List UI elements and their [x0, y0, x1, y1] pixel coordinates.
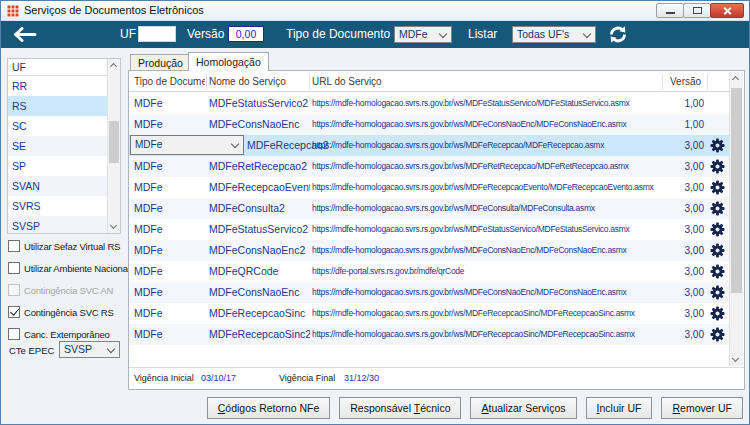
versao-label: Versão: [187, 27, 224, 41]
scrollbar-thumb[interactable]: [109, 121, 119, 163]
cell-nome-servico: MDFeConsNaoEnc: [209, 282, 310, 303]
table-row[interactable]: MDFe MDFeQRCode https://dfe-portal.svrs.…: [129, 261, 729, 282]
checkbox[interactable]: Utilizar Sefaz Virtual RS: [8, 239, 120, 253]
uf-list-item[interactable]: SE: [8, 136, 107, 156]
checkbox-box[interactable]: [8, 240, 20, 252]
toolbar: UF Versão Tipo de Documento MDFe Listar …: [1, 21, 749, 48]
gear-icon[interactable]: [710, 285, 726, 301]
gear-icon[interactable]: [710, 159, 726, 175]
tipo-documento-combobox[interactable]: MDFe: [394, 26, 452, 43]
listar-value: Todas UF's: [517, 28, 569, 40]
gear-icon[interactable]: [710, 138, 726, 154]
gear-icon[interactable]: [710, 243, 726, 259]
table-row[interactable]: MDFe MDFeConsulta2 https://mdfe-homologa…: [129, 198, 729, 219]
listar-label: Listar: [468, 27, 497, 41]
uf-list-item[interactable]: RR: [8, 76, 107, 96]
chevron-up-icon[interactable]: [732, 76, 739, 83]
vigencia-final-value: 31/12/30: [344, 373, 379, 383]
checkbox-label: Contingência SVC AN: [24, 285, 113, 296]
cte-epec-combobox[interactable]: SVSP: [59, 341, 120, 358]
services-panel: Tipo de Documento Nome do Serviço URL do…: [128, 70, 745, 390]
back-arrow-icon[interactable]: [11, 27, 37, 42]
checkbox[interactable]: Canc. Extemporâneo: [8, 327, 110, 341]
grid-bottom-divider: [129, 367, 744, 368]
scrollbar-thumb[interactable]: [731, 88, 742, 293]
table-row[interactable]: MDFe MDFeRecepcaoEvento2 https://mdfe-ho…: [129, 177, 729, 198]
checkbox-box[interactable]: [8, 262, 20, 274]
uf-list-item[interactable]: SVRS: [8, 196, 107, 216]
gear-icon[interactable]: [710, 222, 726, 238]
responsavel-tecnico-button[interactable]: Responsável Técnico: [339, 397, 461, 419]
cell-tipo-documento: MDFe: [134, 261, 206, 282]
cte-epec-value: SVSP: [64, 343, 92, 355]
cell-tipo-documento: MDFe: [134, 240, 206, 261]
gear-icon[interactable]: [710, 201, 726, 217]
column-header-versao: Versão: [670, 72, 701, 92]
table-row[interactable]: MDFe MDFeRecepcaoSinc https://mdfe-homol…: [129, 303, 729, 324]
refresh-icon[interactable]: [607, 25, 629, 44]
uf-toolbar-label: UF: [120, 27, 136, 41]
chevron-up-icon[interactable]: [110, 63, 117, 70]
cell-nome-servico: MDFeConsNaoEnc2: [209, 240, 310, 261]
atualizar-servicos-button[interactable]: Atualizar Serviços: [470, 397, 576, 419]
maximize-button[interactable]: [683, 3, 711, 18]
table-row[interactable]: MDFe MDFeConsNaoEnc2 https://mdfe-homolo…: [129, 240, 729, 261]
uf-list-item[interactable]: SP: [8, 156, 107, 176]
table-row[interactable]: MDFe MDFeConsNaoEnc https://mdfe-homolog…: [129, 282, 729, 303]
uf-list-item[interactable]: SC: [8, 116, 107, 136]
versao-input[interactable]: [228, 26, 264, 42]
uf-list-item[interactable]: RS: [8, 96, 107, 116]
listar-combobox[interactable]: Todas UF's: [512, 26, 596, 43]
checkbox-box[interactable]: [8, 328, 20, 340]
checkbox[interactable]: Contingência SVC RS: [8, 305, 114, 319]
chevron-down-icon[interactable]: [732, 355, 739, 362]
app-window: Serviços de Documentos Eletrônicos UF Ve…: [0, 0, 750, 425]
tipo-documento-value: MDFe: [399, 28, 428, 40]
table-row[interactable]: MDFe MDFeRetRecepcao2 https://mdfe-homol…: [129, 156, 729, 177]
tab-homologacao[interactable]: Homologação: [188, 52, 269, 71]
table-row[interactable]: MDFe MDFeRecepcaoSinc2 https://mdfe-homo…: [129, 324, 729, 345]
checkbox-box[interactable]: [8, 306, 20, 318]
codigos-retorno-nfe-button[interactable]: Códigos Retorno NFe: [207, 397, 331, 419]
cell-url-servico: https://mdfe-homologacao.svrs.rs.gov.br/…: [312, 156, 664, 177]
checkbox-label: Utilizar Ambiente Nacional: [24, 263, 130, 274]
table-row[interactable]: MDFe MDFeStatusServico2 https://mdfe-hom…: [129, 93, 729, 114]
gear-icon[interactable]: [710, 306, 726, 322]
cell-tipo-documento: MDFe: [134, 219, 206, 240]
uf-grid-scrollbar[interactable]: [107, 59, 120, 233]
remover-uf-button[interactable]: Remover UF: [661, 397, 743, 419]
tab-producao[interactable]: Produção: [130, 54, 191, 70]
checkbox[interactable]: Contingência SVC AN: [8, 283, 113, 297]
tipo-documento-inline-combobox[interactable]: MDFe: [130, 135, 244, 155]
checkbox-box[interactable]: [8, 284, 20, 296]
gear-icon[interactable]: [710, 180, 726, 196]
gear-icon[interactable]: [710, 327, 726, 343]
chevron-down-icon: [583, 30, 591, 38]
cell-url-servico: https://mdfe-homologacao.svrs.rs.gov.br/…: [312, 177, 664, 198]
table-row[interactable]: MDFe MDFeRecepcao2 https://mdfe-homologa…: [129, 135, 729, 156]
close-icon: [723, 6, 732, 15]
table-row[interactable]: MDFe MDFeConsNaoEnc https://mdfe-homolog…: [129, 114, 729, 135]
uf-input[interactable]: [138, 26, 176, 42]
cell-versao: 3,00: [649, 240, 704, 261]
cell-versao: 3,00: [649, 282, 704, 303]
incluir-uf-button[interactable]: Incluir UF: [586, 397, 653, 419]
close-button[interactable]: [710, 3, 744, 18]
cell-url-servico: https://mdfe-homologacao.svrs.rs.gov.br/…: [312, 324, 664, 345]
chevron-down-icon: [107, 345, 115, 353]
grid-scrollbar[interactable]: [729, 72, 743, 366]
chevron-down-icon[interactable]: [110, 222, 117, 229]
minimize-button[interactable]: [656, 3, 684, 18]
column-header-tipo: Tipo de Documento: [134, 72, 205, 92]
cell-nome-servico: MDFeStatusServico2: [209, 219, 310, 240]
uf-list-item[interactable]: SVAN: [8, 176, 107, 196]
cell-versao: 3,00: [649, 219, 704, 240]
table-row[interactable]: MDFe MDFeStatusServico2 https://mdfe-hom…: [129, 219, 729, 240]
uf-list-item[interactable]: SVSP: [8, 216, 107, 234]
button-bar: Códigos Retorno NFeResponsável TécnicoAt…: [1, 397, 743, 420]
checkbox[interactable]: Utilizar Ambiente Nacional: [8, 261, 130, 275]
gear-icon[interactable]: [710, 264, 726, 280]
cell-versao: 3,00: [649, 261, 704, 282]
window-title: Serviços de Documentos Eletrônicos: [24, 4, 204, 16]
checkbox-label: Utilizar Sefaz Virtual RS: [24, 241, 120, 252]
